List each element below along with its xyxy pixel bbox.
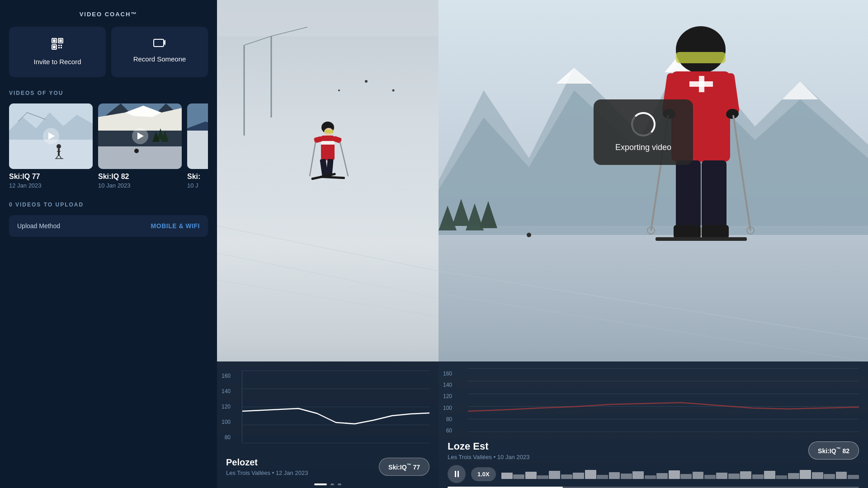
svg-rect-86 xyxy=(702,225,729,239)
right-chart-info: Loze Est Les Trois Vallées • 10 Jan 2023… xyxy=(439,436,868,465)
pause-button[interactable] xyxy=(448,465,466,483)
ski-iq-badge-right[interactable]: Ski:IQ™ 82 xyxy=(808,441,859,460)
video-title-2: Ski:IQ 82 xyxy=(98,173,182,181)
right-y-label-140: 140 xyxy=(443,382,452,388)
right-y-label-100: 100 xyxy=(443,405,452,411)
right-location: Loze Est Les Trois Vallées • 10 Jan 2023 xyxy=(448,441,808,460)
video-grid: Ski:IQ 77 12 Jan 2023 xyxy=(9,103,208,189)
video-thumbnail-1 xyxy=(9,103,93,169)
timeline-ticks[interactable] xyxy=(501,469,859,479)
ski-iq-tm-right: ™ xyxy=(836,446,841,451)
y-label-120: 120 xyxy=(222,404,231,410)
video-date-3: 10 J xyxy=(187,182,208,189)
export-overlay: Exporting video xyxy=(594,99,693,165)
svg-rect-84 xyxy=(702,160,726,228)
app-title: VIDEO COACH™ xyxy=(9,11,208,18)
ski-iq-label-right: Ski:IQ xyxy=(818,447,836,455)
ski-iq-value-middle: 77 xyxy=(413,464,420,471)
svg-rect-8 xyxy=(58,47,60,48)
invite-to-record-button[interactable]: Invite to Record xyxy=(9,27,106,77)
right-chart-data-svg xyxy=(468,368,859,432)
svg-point-73 xyxy=(527,233,531,237)
chart-meta: Les Trois Vallées • 12 Jan 2023 xyxy=(226,469,379,476)
right-y-label-120: 120 xyxy=(443,393,452,399)
right-chart: 160 140 120 100 80 60 L xyxy=(439,361,868,488)
invite-to-record-label: Invite to Record xyxy=(33,57,81,66)
svg-rect-78 xyxy=(699,76,704,92)
upload-method-label: Upload Method xyxy=(17,222,60,230)
nav-dot-3[interactable] xyxy=(338,483,341,485)
right-chart-lines xyxy=(468,368,859,432)
ski-iq-label-middle: Ski:IQ xyxy=(388,464,406,471)
right-place: Loze Est xyxy=(448,441,808,452)
middle-chart: 160 140 120 100 80 Pelozet xyxy=(217,361,439,488)
pause-icon xyxy=(455,471,459,477)
y-label-160: 160 xyxy=(222,373,231,379)
right-y-label-60: 60 xyxy=(443,427,452,434)
svg-rect-3 xyxy=(59,39,62,42)
chart-y-labels: 160 140 120 100 80 xyxy=(222,371,231,443)
ski-iq-value-right: 82 xyxy=(842,447,849,455)
video-thumb-2[interactable]: Ski:IQ 82 10 Jan 2023 xyxy=(98,103,182,189)
video-thumbnail-3 xyxy=(187,103,208,169)
record-someone-label: Record Someone xyxy=(133,55,186,64)
playback-controls: 1.0X xyxy=(439,465,868,487)
video-title-3: Ski: xyxy=(187,173,208,181)
middle-panel: 160 140 120 100 80 Pelozet xyxy=(217,0,439,488)
right-panel: Exporting video 160 140 120 100 80 60 xyxy=(439,0,868,488)
svg-point-45 xyxy=(365,80,368,83)
svg-rect-6 xyxy=(58,45,60,46)
svg-rect-52 xyxy=(321,141,335,145)
svg-rect-34 xyxy=(187,131,208,169)
y-label-80: 80 xyxy=(222,434,231,441)
svg-rect-37 xyxy=(217,0,439,36)
record-someone-button[interactable]: Record Someone xyxy=(111,27,208,77)
ski-iq-badge-middle[interactable]: Ski:IQ™ 77 xyxy=(379,458,429,476)
video-title-1: Ski:IQ 77 xyxy=(9,173,93,181)
svg-point-32 xyxy=(134,149,139,153)
svg-rect-83 xyxy=(676,160,701,228)
play-icon-1 xyxy=(43,128,59,144)
svg-rect-75 xyxy=(676,52,726,63)
chart-grid: 160 140 120 100 80 xyxy=(217,371,439,452)
video-date-1: 12 Jan 2023 xyxy=(9,182,93,189)
export-text: Exporting video xyxy=(615,143,671,152)
export-spinner xyxy=(631,112,656,136)
svg-point-74 xyxy=(676,26,726,73)
speed-button[interactable]: 1.0X xyxy=(471,467,496,481)
video-thumb-1[interactable]: Ski:IQ 77 12 Jan 2023 xyxy=(9,103,93,189)
svg-rect-7 xyxy=(61,45,62,46)
chart-data-svg xyxy=(242,371,429,443)
chart-info: Pelozet Les Trois Vallées • 12 Jan 2023 … xyxy=(217,452,439,483)
svg-rect-51 xyxy=(321,136,335,160)
chart-location: Pelozet Les Trois Vallées • 12 Jan 2023 xyxy=(226,457,379,476)
nav-dot-1[interactable] xyxy=(314,483,327,485)
y-label-140: 140 xyxy=(222,388,231,394)
camera-icon xyxy=(153,38,166,50)
nav-dot-2[interactable] xyxy=(330,483,334,485)
chart-lines xyxy=(242,371,429,443)
svg-rect-10 xyxy=(154,39,164,47)
upload-method-row[interactable]: Upload Method MOBILE & WIFI xyxy=(9,215,208,237)
svg-rect-18 xyxy=(58,149,60,156)
svg-point-17 xyxy=(57,144,61,149)
svg-rect-85 xyxy=(674,225,701,239)
right-y-label-160: 160 xyxy=(443,371,452,377)
svg-point-46 xyxy=(392,89,395,92)
qr-code-icon xyxy=(51,38,64,53)
video-thumb-3[interactable]: Ski: 10 J xyxy=(187,103,208,189)
svg-rect-88 xyxy=(697,237,747,241)
upload-section: 0 VIDEOS TO UPLOAD Upload Method MOBILE … xyxy=(9,202,208,237)
video-thumbnail-2 xyxy=(98,103,182,169)
svg-rect-5 xyxy=(53,46,56,48)
svg-rect-50 xyxy=(325,130,334,133)
upload-section-title: 0 VIDEOS TO UPLOAD xyxy=(9,202,208,208)
svg-rect-9 xyxy=(61,47,62,48)
svg-rect-1 xyxy=(53,39,56,42)
video-date-2: 10 Jan 2023 xyxy=(98,182,182,189)
right-y-label-80: 80 xyxy=(443,416,452,422)
videos-section-title: VIDEOS OF YOU xyxy=(9,90,208,96)
svg-rect-31 xyxy=(98,146,182,169)
chart-nav xyxy=(217,483,439,488)
y-label-100: 100 xyxy=(222,419,231,425)
